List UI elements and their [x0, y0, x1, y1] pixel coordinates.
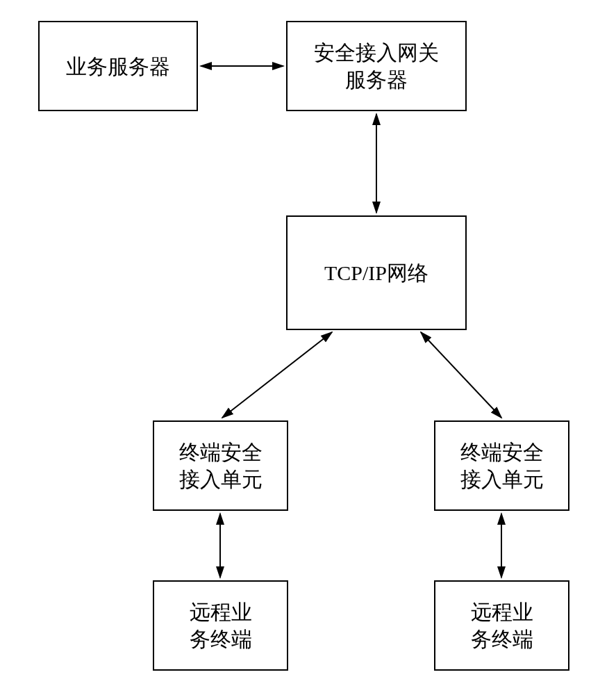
edge-tcpip-right-terminal: [421, 332, 501, 418]
edge-tcpip-left-terminal: [222, 332, 332, 418]
connectors: [0, 0, 616, 695]
